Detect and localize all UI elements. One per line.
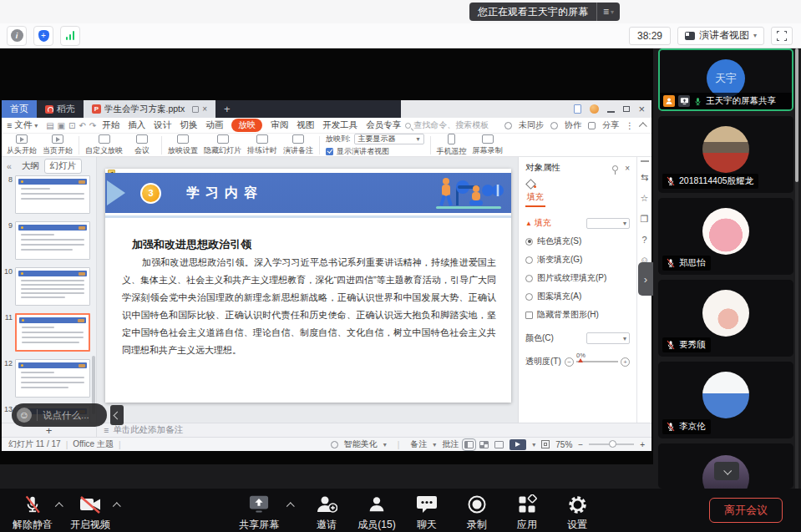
slider-marker[interactable] xyxy=(578,358,583,362)
unmute-button[interactable]: 解除静音 xyxy=(10,494,55,532)
wps-account-icon[interactable] xyxy=(590,104,599,114)
slide-thumbnail-12[interactable] xyxy=(15,359,90,398)
close-tab-icon[interactable]: × xyxy=(202,104,207,114)
outline-tab[interactable]: 大纲 xyxy=(17,160,44,173)
participant-tile[interactable]: 要秀颀 xyxy=(658,280,793,357)
display-select[interactable]: 主要显示器▾ xyxy=(354,134,424,144)
pin-icon[interactable] xyxy=(612,165,618,171)
hide-slide-button[interactable]: 隐藏幻灯片 xyxy=(204,134,241,156)
play-from-start-button[interactable]: 从头开始 xyxy=(7,134,37,156)
restore-icon[interactable] xyxy=(623,106,630,112)
participant-tile-sharer[interactable]: 天宇 王天宇的屏幕共享 xyxy=(658,48,793,111)
reading-view-icon[interactable] xyxy=(494,441,504,448)
command-search[interactable]: 查找命令、搜索模板 xyxy=(413,119,489,131)
custom-show-button[interactable]: 自定义放映 xyxy=(85,134,123,156)
presenter-view-checkbox[interactable] xyxy=(326,148,333,155)
close-panel-icon[interactable]: × xyxy=(625,164,630,173)
document-status-icon[interactable] xyxy=(574,104,581,114)
chat-button[interactable]: 聊天 xyxy=(404,494,449,532)
wps-home-tab[interactable]: 首页 xyxy=(2,100,37,118)
option-picture-fill[interactable]: 图片或纹理填充(P) xyxy=(525,272,630,284)
print-icon[interactable]: ▣ xyxy=(58,121,65,130)
chat-collapse-button[interactable] xyxy=(110,405,124,425)
star-icon[interactable]: ☆ xyxy=(641,193,649,204)
rehearse-timing-button[interactable]: 排练计时 xyxy=(247,134,277,156)
beautify-button[interactable]: 智能美化 xyxy=(344,438,378,450)
invite-button[interactable]: 邀请 xyxy=(304,494,349,532)
fill-preset-dropdown[interactable]: ▾ xyxy=(586,218,630,229)
fit-window-icon[interactable] xyxy=(541,440,550,448)
record-button[interactable]: 录制 xyxy=(454,494,499,532)
zoom-out-icon[interactable]: − xyxy=(578,440,583,449)
leave-meeting-button[interactable]: 离开会议 xyxy=(709,498,783,523)
sorter-view-icon[interactable] xyxy=(479,441,489,448)
zoom-knob[interactable] xyxy=(609,440,616,448)
menu-item-review[interactable]: 审阅 xyxy=(271,119,288,131)
sync-status[interactable]: 未同步 xyxy=(519,119,544,131)
menu-item-view[interactable]: 视图 xyxy=(297,119,314,131)
help-icon[interactable]: ? xyxy=(641,235,646,245)
properties-icon[interactable]: ⇆ xyxy=(641,172,648,183)
theme-name[interactable]: Office 主题 xyxy=(73,438,114,450)
emoji-icon[interactable]: ☺ xyxy=(17,408,32,423)
color-dropdown[interactable]: ▾ xyxy=(586,332,630,344)
scroll-participants-button[interactable] xyxy=(714,462,739,480)
sidebar-collapse-handle[interactable]: › xyxy=(638,262,653,296)
participant-tile[interactable]: 郑思怡 xyxy=(658,198,793,275)
menu-item-start[interactable]: 开始 xyxy=(102,119,119,131)
collab-button[interactable]: 协作 xyxy=(565,119,581,131)
participant-tile[interactable]: 李京伦 xyxy=(658,362,793,438)
play-from-current-button[interactable]: 当页开始 xyxy=(43,134,73,156)
minimize-icon[interactable] xyxy=(607,111,615,113)
close-window-icon[interactable]: × xyxy=(638,104,645,114)
tab-pin-icon[interactable] xyxy=(192,106,199,113)
copy-icon[interactable]: ❐ xyxy=(641,214,649,225)
mic-options-chevron[interactable] xyxy=(55,502,63,510)
menu-item-animation[interactable]: 动画 xyxy=(205,119,223,131)
option-hide-background[interactable]: 隐藏背景图形(H) xyxy=(525,309,630,321)
comments-toggle[interactable]: 批注 xyxy=(442,438,459,450)
more-menu-icon[interactable]: ⋮ xyxy=(626,121,634,130)
section-collapse-icon[interactable]: ▲ xyxy=(525,220,532,227)
slideshow-play-button[interactable] xyxy=(509,439,526,450)
menu-item-insert[interactable]: 插入 xyxy=(128,119,145,131)
notes-toggle[interactable]: 备注 xyxy=(410,438,427,450)
slide-thumbnail-11-selected[interactable] xyxy=(15,313,90,352)
opacity-slider[interactable]: − 0% + xyxy=(565,357,630,367)
option-gradient-fill[interactable]: 渐变填充(G) xyxy=(525,254,630,266)
fullscreen-button[interactable] xyxy=(771,27,793,45)
menu-item-transition[interactable]: 切换 xyxy=(180,119,197,131)
increase-icon[interactable]: + xyxy=(621,357,630,367)
file-menu[interactable]: ≡文件▾ xyxy=(7,119,38,131)
zoom-level[interactable]: 75% xyxy=(555,440,572,449)
new-tab-button[interactable]: + xyxy=(215,100,239,118)
view-mode-selector[interactable]: 演讲者视图 ▾ xyxy=(677,27,764,45)
banner-menu-button[interactable]: ≡▾ xyxy=(596,3,620,21)
apps-button[interactable]: 应用 xyxy=(504,494,550,532)
save-icon[interactable]: ▤ xyxy=(46,121,53,130)
slides-tab[interactable]: 幻灯片 xyxy=(44,159,83,174)
settings-button[interactable]: 设置 xyxy=(555,494,600,532)
menu-item-design[interactable]: 设计 xyxy=(154,119,171,131)
screen-record-button[interactable]: 屏幕录制 xyxy=(473,134,503,156)
speaker-notes-button[interactable]: 演讲备注 xyxy=(283,134,313,156)
undo-icon[interactable]: ↶ xyxy=(79,121,85,130)
option-pattern-fill[interactable]: 图案填充(A) xyxy=(525,291,630,302)
share-options-chevron[interactable] xyxy=(286,502,295,510)
slide-thumbnail-9[interactable] xyxy=(15,221,90,260)
slide-thumbnail-8[interactable] xyxy=(15,175,90,214)
start-video-button[interactable]: 开启视频 xyxy=(68,494,113,532)
menu-item-member[interactable]: 会员专享 xyxy=(366,119,401,131)
share-button[interactable]: 分享 xyxy=(602,119,619,131)
zoom-in-icon[interactable]: + xyxy=(640,440,645,449)
redo-icon[interactable]: ↷ xyxy=(89,121,96,130)
video-options-chevron[interactable] xyxy=(113,502,121,510)
network-status-button[interactable] xyxy=(60,26,80,46)
wps-document-tab[interactable]: P 学生会学习方案.pptx × xyxy=(84,100,215,118)
participant-tile[interactable]: 2018114405殷耀龙 xyxy=(658,116,793,193)
current-slide[interactable]: ◄ 3 学习内容 xyxy=(105,169,511,403)
share-screen-button[interactable]: 共享屏幕 xyxy=(236,494,281,532)
show-settings-button[interactable]: 放映设置 xyxy=(168,134,198,156)
wps-docer-tab[interactable]: 稻壳 xyxy=(37,100,84,118)
normal-view-icon[interactable] xyxy=(464,441,474,448)
